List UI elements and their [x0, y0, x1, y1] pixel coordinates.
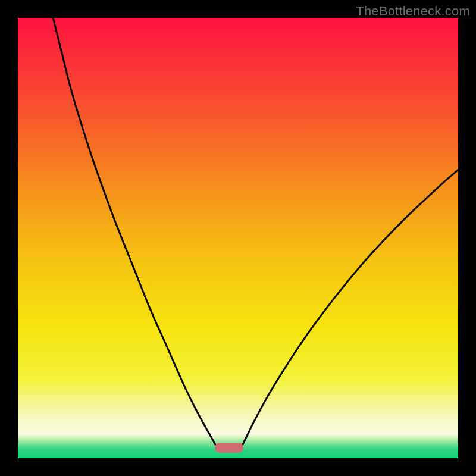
plot-area	[18, 18, 458, 458]
left-branch-curve	[53, 18, 217, 448]
chart-frame: TheBottleneck.com	[0, 0, 476, 476]
right-branch-curve	[241, 170, 458, 448]
watermark-text: TheBottleneck.com	[356, 4, 470, 19]
minimum-marker	[215, 443, 243, 453]
curve-layer	[18, 18, 458, 458]
